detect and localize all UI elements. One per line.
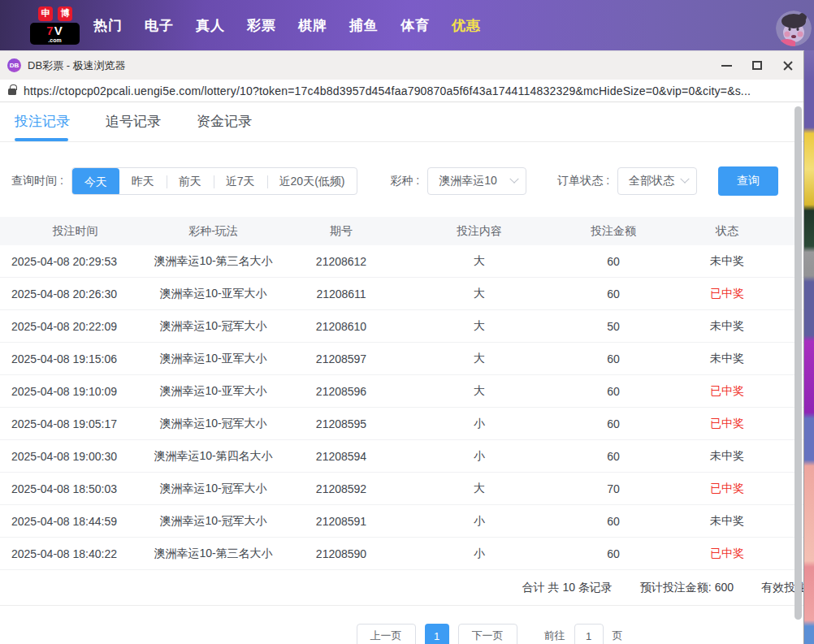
nav-item[interactable]: 体育 xyxy=(401,16,430,35)
tab-bet-records[interactable]: 投注记录 xyxy=(15,112,70,141)
table-cell: 2025-04-08 19:10:09 xyxy=(0,385,150,398)
table-row: 2025-04-08 19:15:06澳洲幸运10-亚军大小21208597大6… xyxy=(0,343,803,375)
table-cell: 60 xyxy=(552,385,674,398)
table-cell: 70 xyxy=(552,482,674,495)
table-cell: 21208594 xyxy=(276,450,406,463)
table-cell: 澳洲幸运10-冠军大小 xyxy=(150,514,276,529)
table-row: 2025-04-08 18:40:22澳洲幸运10-第三名大小21208590小… xyxy=(0,538,803,570)
table-cell: 60 xyxy=(552,352,674,365)
summary-row: 合计 共 10 条记录 预计投注金额: 600 有效投注金额 xyxy=(0,570,803,606)
tab-chase-records[interactable]: 追号记录 xyxy=(106,112,161,141)
table-cell: 小 xyxy=(406,417,552,431)
lottery-label: 彩种 : xyxy=(390,174,419,188)
time-option[interactable]: 昨天 xyxy=(119,168,167,195)
status-cell: 已中奖 xyxy=(674,287,780,301)
status-cell: 已中奖 xyxy=(674,482,780,496)
table-cell: 澳洲幸运10-第三名大小 xyxy=(150,547,276,561)
table-cell: 小 xyxy=(406,514,552,529)
table-cell: 澳洲幸运10-亚军大小 xyxy=(150,384,276,399)
next-page-button[interactable]: 下一页 xyxy=(458,624,517,644)
tab-label: 资金记录 xyxy=(197,114,252,129)
lottery-select-value: 澳洲幸运10 xyxy=(439,174,497,188)
logo-7v-text: 7V xyxy=(46,24,63,37)
table-row: 2025-04-08 19:10:09澳洲幸运10-亚军大小21208596大6… xyxy=(0,375,803,408)
nav-item[interactable]: 棋牌 xyxy=(298,16,327,35)
browser-favicon-icon: DB xyxy=(7,58,21,72)
tabs: 投注记录 追号记录 资金记录 xyxy=(0,105,803,142)
browser-titlebar[interactable]: DB DB彩票 - 极速浏览器 xyxy=(0,51,803,80)
table-cell: 21208591 xyxy=(276,515,406,528)
chevron-down-icon xyxy=(680,175,689,184)
table-cell: 21208597 xyxy=(276,352,406,365)
current-page-button[interactable]: 1 xyxy=(425,624,449,644)
table-cell: 60 xyxy=(552,547,674,560)
table-cell: 21208612 xyxy=(276,255,406,268)
nav-item[interactable]: 彩票 xyxy=(247,16,276,35)
column-header: 投注内容 xyxy=(406,224,552,239)
table-cell: 21208611 xyxy=(276,287,406,300)
goto-page-input[interactable] xyxy=(574,624,604,644)
time-option[interactable]: 前天 xyxy=(167,168,214,195)
column-header: 彩种-玩法 xyxy=(150,224,276,239)
time-option[interactable]: 今天 xyxy=(72,168,119,195)
search-button[interactable]: 查询 xyxy=(718,166,778,196)
table-cell: 2025-04-08 19:05:17 xyxy=(0,417,150,430)
table-cell: 大 xyxy=(406,287,552,301)
nav-item[interactable]: 真人 xyxy=(196,16,225,35)
time-option[interactable]: 近20天(低频) xyxy=(267,168,357,195)
table-cell: 澳洲幸运10-第三名大小 xyxy=(150,254,276,269)
table-body: 2025-04-08 20:29:53澳洲幸运10-第三名大小21208612大… xyxy=(0,245,803,570)
table-cell: 澳洲幸运10-冠军大小 xyxy=(150,482,276,496)
user-avatar[interactable] xyxy=(776,11,812,46)
table-cell: 21208610 xyxy=(276,320,406,333)
table-row: 2025-04-08 20:26:30澳洲幸运10-亚军大小21208611大6… xyxy=(0,278,803,310)
screen: 申 博 7V .com 热门电子真人彩票棋牌捕鱼体育优惠 xyxy=(0,0,814,644)
order-status-label: 订单状态 : xyxy=(557,174,609,188)
avatar-illustration xyxy=(776,11,812,46)
minimize-button[interactable] xyxy=(711,51,742,80)
table-cell: 60 xyxy=(552,255,674,268)
background-page-strip xyxy=(804,50,814,644)
table-cell: 2025-04-08 18:50:03 xyxy=(0,482,150,495)
nav-menu: 热门电子真人彩票棋牌捕鱼体育优惠 xyxy=(93,16,481,35)
time-option[interactable]: 近7天 xyxy=(214,168,267,195)
status-select[interactable]: 全部状态 xyxy=(617,167,697,195)
filter-row: 查询时间 : 今天昨天前天近7天近20天(低频) 彩种 : 澳洲幸运10 订单状… xyxy=(11,166,803,196)
nav-item[interactable]: 热门 xyxy=(93,16,123,35)
table-header-row: 投注时间彩种-玩法期号投注内容投注金额状态 xyxy=(0,217,803,245)
scrollbar-thumb[interactable] xyxy=(795,106,802,620)
chevron-down-icon xyxy=(510,175,519,184)
maximize-button[interactable] xyxy=(742,51,773,80)
lottery-select[interactable]: 澳洲幸运10 xyxy=(427,167,526,195)
table-cell: 21208596 xyxy=(276,385,406,398)
tab-fund-records[interactable]: 资金记录 xyxy=(197,112,252,141)
table-cell: 澳洲幸运10-冠军大小 xyxy=(150,417,276,431)
status-cell: 未中奖 xyxy=(674,514,780,529)
close-icon xyxy=(782,60,794,71)
table-cell: 2025-04-08 20:22:09 xyxy=(0,320,150,333)
status-select-value: 全部状态 xyxy=(629,174,674,188)
table-cell: 大 xyxy=(406,384,552,399)
site-logo[interactable]: 申 博 7V .com xyxy=(30,6,80,45)
table-cell: 21208595 xyxy=(276,417,406,430)
table-cell: 2025-04-08 20:26:30 xyxy=(0,287,150,300)
table-cell: 2025-04-08 18:44:59 xyxy=(0,515,150,528)
table-cell: 大 xyxy=(406,482,552,496)
status-cell: 未中奖 xyxy=(674,319,780,334)
browser-urlbar[interactable]: https://ctopcp02pcali.uengi5e.com/lotter… xyxy=(0,80,803,102)
table-row: 2025-04-08 18:50:03澳洲幸运10-冠军大小21208592大7… xyxy=(0,473,803,505)
close-button[interactable] xyxy=(773,51,803,80)
column-header: 期号 xyxy=(276,224,406,239)
column-header: 投注金额 xyxy=(552,224,674,239)
logo-badge-shen: 申 xyxy=(38,6,53,21)
logo-seven: 7 xyxy=(46,24,54,37)
nav-item[interactable]: 电子 xyxy=(145,16,174,35)
table-cell: 大 xyxy=(406,352,552,366)
lock-icon xyxy=(8,89,16,95)
table-row: 2025-04-08 19:00:30澳洲幸运10-第四名大小21208594小… xyxy=(0,440,803,473)
prev-page-button[interactable]: 上一页 xyxy=(357,624,416,644)
nav-item[interactable]: 捕鱼 xyxy=(349,16,379,35)
time-filter-group: 今天昨天前天近7天近20天(低频) xyxy=(71,167,358,195)
logo-badges: 申 博 xyxy=(30,6,80,21)
nav-item[interactable]: 优惠 xyxy=(452,16,481,35)
